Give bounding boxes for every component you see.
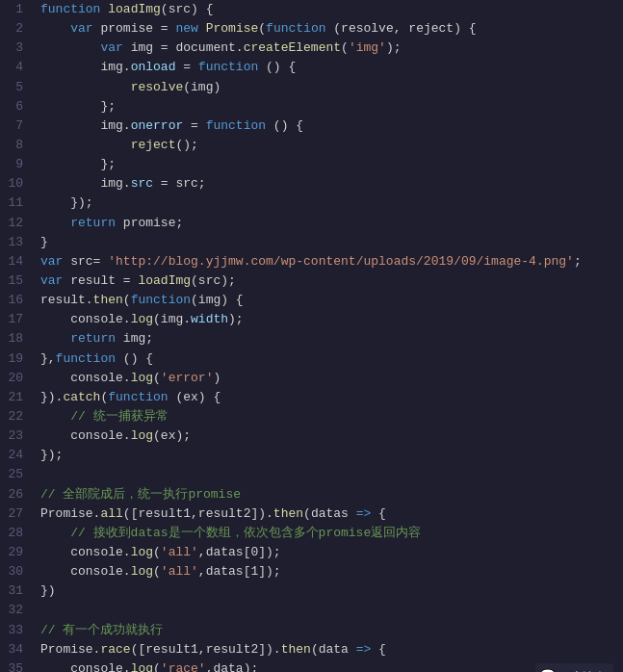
- code-token: =>: [356, 640, 372, 659]
- code-token: loadImg: [108, 0, 161, 19]
- line-number: 16: [4, 291, 23, 310]
- code-token: img;: [116, 329, 153, 349]
- code-token: console.: [40, 369, 131, 388]
- code-token: log: [131, 310, 153, 329]
- code-token: function: [108, 388, 168, 407]
- line-number: 34: [4, 640, 23, 659]
- code-token: function: [131, 291, 191, 310]
- table-row: // 统一捕获异常: [40, 407, 623, 426]
- line-number: 31: [4, 582, 23, 601]
- code-token: [40, 78, 131, 97]
- code-token: {: [371, 640, 386, 659]
- line-number: 5: [4, 78, 23, 97]
- code-token: function: [56, 349, 116, 369]
- line-number: 24: [4, 446, 23, 465]
- code-token: function: [206, 116, 266, 136]
- code-area: 1234567891011121314151617181920212223242…: [0, 0, 623, 672]
- line-number: 4: [4, 58, 23, 77]
- line-number: 29: [4, 543, 23, 562]
- code-token: console.: [40, 562, 131, 582]
- table-row: console.log(img.width);: [40, 310, 623, 329]
- code-token: (img) {: [191, 291, 244, 310]
- code-token: );: [228, 310, 244, 329]
- code-token: return: [70, 214, 116, 233]
- code-token: });: [40, 194, 93, 213]
- line-number: 12: [4, 214, 23, 233]
- line-number: 13: [4, 233, 23, 252]
- line-number: 22: [4, 407, 23, 426]
- line-number: 17: [4, 310, 23, 329]
- table-row: reject();: [40, 136, 623, 155]
- line-number: 19: [4, 349, 23, 369]
- code-token: (: [100, 388, 108, 407]
- code-token: () {: [258, 58, 296, 77]
- code-token: ,datas[0]);: [198, 543, 281, 562]
- code-token: log: [131, 369, 153, 388]
- table-row: });: [40, 446, 623, 465]
- wechat-icon: 💬: [539, 666, 556, 672]
- line-number: 14: [4, 252, 23, 271]
- table-row: return img;: [40, 329, 623, 349]
- table-row: img.onerror = function () {: [40, 116, 623, 136]
- line-number: 20: [4, 369, 23, 388]
- code-token: img.: [40, 58, 131, 77]
- code-token: () {: [266, 116, 303, 136]
- code-token: (resolve, reject) {: [326, 19, 477, 39]
- line-number: 2: [4, 19, 23, 39]
- code-token: new: [175, 19, 197, 39]
- code-token: }).: [40, 388, 63, 407]
- code-token: = src;: [153, 174, 206, 194]
- line-number: 33: [4, 621, 23, 640]
- code-token: ): [213, 369, 221, 388]
- table-row: var img = document.createElement('img');: [40, 39, 623, 58]
- code-token: 'all': [161, 543, 198, 562]
- code-token: 'error': [161, 369, 214, 388]
- table-row: [40, 465, 623, 484]
- code-token: ,datas[1]);: [198, 562, 281, 582]
- code-token: },: [40, 349, 56, 369]
- code-token: function: [198, 58, 258, 77]
- code-token: width: [191, 310, 228, 329]
- code-token: img.: [40, 116, 131, 136]
- code-token: =: [183, 116, 205, 136]
- table-row: console.log('error'): [40, 369, 623, 388]
- table-row: }).catch(function (ex) {: [40, 388, 623, 407]
- code-token: ([result1,result2]).: [131, 640, 281, 659]
- code-token: 'all': [161, 562, 198, 582]
- table-row: result.then(function(img) {: [40, 291, 623, 310]
- code-token: // 全部院成后，统一执行promise: [40, 485, 241, 504]
- code-token: =>: [356, 504, 372, 524]
- code-token: ;: [574, 252, 582, 271]
- code-token: =: [175, 58, 197, 77]
- line-number: 7: [4, 116, 23, 136]
- line-number: 25: [4, 465, 23, 484]
- table-row: }): [40, 582, 623, 601]
- code-editor: 1234567891011121314151617181920212223242…: [0, 0, 623, 672]
- code-token: race: [100, 640, 130, 659]
- code-token: (: [341, 39, 349, 58]
- code-token: promise =: [93, 19, 176, 39]
- code-token: all: [100, 504, 122, 524]
- line-number: 21: [4, 388, 23, 407]
- code-token: function: [266, 19, 325, 39]
- code-token: (: [123, 291, 131, 310]
- code-token: (: [153, 369, 161, 388]
- table-row: img.src = src;: [40, 174, 623, 194]
- code-token: console.: [40, 659, 131, 672]
- code-token: function: [40, 0, 100, 19]
- table-row: resolve(img): [40, 78, 623, 97]
- table-row: Promise.race([result1,result2]).then(dat…: [40, 640, 623, 659]
- code-token: (src) {: [161, 0, 214, 19]
- code-token: img = document.: [123, 39, 244, 58]
- code-content[interactable]: function loadImg(src) { var promise = ne…: [31, 0, 623, 672]
- code-token: // 有一个成功就执行: [40, 621, 163, 640]
- code-token: log: [131, 562, 153, 582]
- line-number: 35: [4, 659, 23, 672]
- code-token: (: [153, 562, 161, 582]
- line-number: 30: [4, 562, 23, 582]
- line-number: 1: [4, 0, 23, 19]
- code-token: console.: [40, 426, 131, 446]
- table-row: Promise.all([result1,result2]).then(data…: [40, 504, 623, 524]
- code-token: [40, 214, 70, 233]
- code-token: [40, 39, 100, 58]
